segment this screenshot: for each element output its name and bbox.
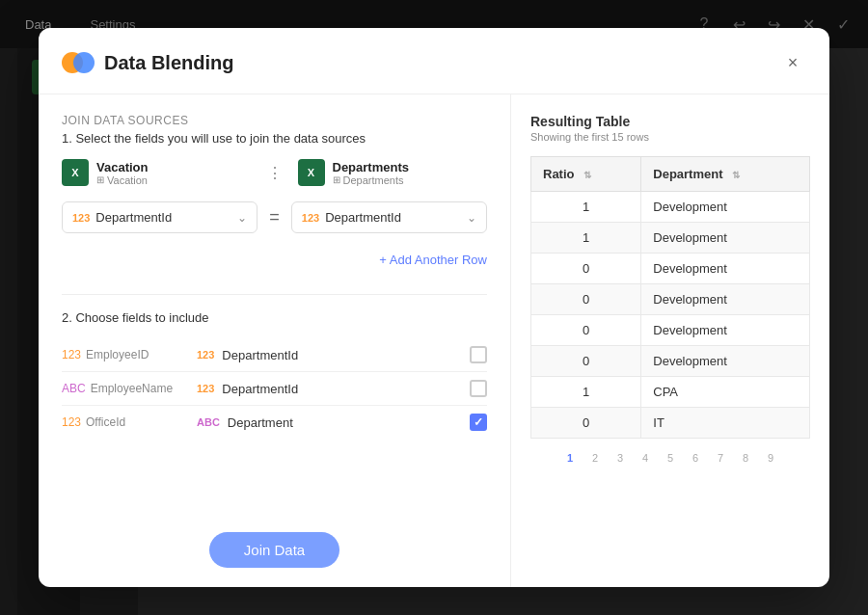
vacation-sub-text: Vacation	[107, 174, 148, 186]
page-btn-4[interactable]: 4	[636, 448, 655, 468]
ratio-cell: 0	[531, 346, 641, 377]
left-field-2: 123 OfficeId	[62, 415, 197, 429]
table-row: 1 Development	[531, 192, 810, 223]
department-cell: Development	[641, 192, 810, 223]
include-fields-list: 123 EmployeeID 123 DepartmentId ABC	[62, 338, 487, 439]
add-another-row-button[interactable]: + Add Another Row	[379, 249, 487, 271]
modal-overlay: Data Blending × Join Data Sources 1. Sel…	[0, 0, 868, 615]
ratio-cell: 1	[531, 377, 641, 408]
page-btn-3[interactable]: 3	[610, 448, 630, 468]
page-btn-8[interactable]: 8	[736, 448, 755, 468]
table-row: 0 Development	[531, 284, 810, 315]
step1-label: 1. Select the fields you will use to joi…	[62, 131, 487, 146]
page-btn-9[interactable]: 9	[761, 448, 780, 468]
pagination-row: 1 2 3 4 5 6 7 8 9	[530, 448, 810, 468]
vacation-info: Vacation ⊞ Vacation	[96, 160, 148, 186]
equals-sign: =	[269, 207, 280, 227]
department-cell: Development	[641, 315, 810, 346]
column-department: Department ⇅	[641, 157, 810, 192]
include-checkbox-0[interactable]	[470, 346, 487, 363]
left-type-1: ABC	[62, 382, 86, 395]
modal-header: Data Blending ×	[39, 28, 829, 94]
page-btn-7[interactable]: 7	[711, 448, 730, 468]
department-cell: Development	[641, 284, 810, 315]
departments-sub: ⊞ Departments	[333, 174, 409, 186]
result-title: Resulting Table	[530, 114, 810, 129]
left-type-0: 123	[62, 348, 81, 361]
departments-table-icon: ⊞	[333, 174, 340, 185]
field-selectors-row: 123 DepartmentId ⌄ = 123 DepartmentId ⌄	[62, 201, 487, 233]
right-name-1: DepartmentId	[222, 382, 462, 396]
vacation-table-icon: ⊞	[96, 174, 104, 185]
ratio-sort-icon[interactable]: ⇅	[583, 170, 591, 180]
table-row: 0 Development	[531, 254, 810, 284]
right-field-selector[interactable]: 123 DepartmentId ⌄	[291, 201, 487, 233]
table-row: 0 Development	[531, 315, 810, 346]
include-checkbox-1[interactable]	[470, 380, 487, 397]
blend-circle-right	[73, 52, 95, 73]
right-section: Resulting Table Showing the first 15 row…	[511, 94, 829, 587]
modal-close-button[interactable]: ×	[779, 49, 806, 76]
departments-excel-icon: X	[298, 159, 325, 186]
left-field-selector[interactable]: 123 DepartmentId ⌄	[62, 201, 258, 233]
department-cell: Development	[641, 254, 810, 284]
vacation-sub: ⊞ Vacation	[96, 174, 148, 186]
source-departments: X Departments ⊞ Departments	[298, 159, 488, 186]
department-cell: IT	[641, 408, 810, 439]
left-field-chevron: ⌄	[237, 211, 247, 225]
join-button-row: Join Data	[62, 517, 487, 568]
right-field-type: 123	[302, 212, 319, 224]
join-data-button[interactable]: Join Data	[209, 532, 339, 568]
right-type-2: ABC	[197, 416, 220, 428]
left-name-0: EmployeeID	[86, 348, 149, 361]
left-field-type: 123	[72, 212, 90, 224]
left-name-1: EmployeeName	[91, 382, 173, 395]
departments-info: Departments ⊞ Departments	[333, 160, 409, 186]
left-field-0: 123 EmployeeID	[62, 348, 197, 361]
ratio-cell: 0	[531, 315, 641, 346]
right-field-2: ABC Department	[197, 414, 487, 431]
result-subtitle: Showing the first 15 rows	[530, 131, 810, 143]
vacation-excel-icon: X	[62, 159, 89, 186]
table-row: 0 IT	[531, 408, 810, 439]
sources-row: X Vacation ⊞ Vacation ⋮ X	[62, 159, 487, 186]
left-field-name: DepartmentId	[95, 210, 231, 225]
department-sort-icon[interactable]: ⇅	[732, 170, 740, 180]
left-section: Join Data Sources 1. Select the fields y…	[39, 94, 511, 587]
include-row-2: 123 OfficeId ABC Department	[62, 406, 487, 439]
left-type-2: 123	[62, 415, 81, 429]
column-ratio: Ratio ⇅	[531, 157, 641, 192]
table-row: 1 CPA	[531, 377, 810, 408]
join-sources-label: Join Data Sources	[62, 114, 487, 127]
table-header-row: Ratio ⇅ Department ⇅	[531, 157, 810, 192]
department-cell: Development	[641, 346, 810, 377]
source-vacation: X Vacation ⊞ Vacation	[62, 159, 252, 186]
right-type-1: 123	[197, 383, 214, 394]
ratio-cell: 0	[531, 284, 641, 315]
right-field-0: 123 DepartmentId	[197, 346, 487, 363]
data-blending-modal: Data Blending × Join Data Sources 1. Sel…	[39, 28, 829, 587]
department-cell: Development	[641, 223, 810, 254]
ratio-cell: 0	[531, 254, 641, 284]
page-btn-1[interactable]: 1	[560, 448, 580, 468]
modal-body: Join Data Sources 1. Select the fields y…	[39, 94, 829, 587]
right-name-2: Department	[228, 415, 462, 430]
source-more-button[interactable]: ⋮	[263, 161, 286, 184]
result-table: Ratio ⇅ Department ⇅ 1 Developm	[530, 156, 810, 439]
page-btn-2[interactable]: 2	[585, 448, 605, 468]
right-field-chevron: ⌄	[467, 211, 476, 225]
ratio-cell: 1	[531, 223, 641, 254]
result-table-body: 1 Development 1 Development 0 Developmen…	[531, 192, 810, 439]
table-row: 1 Development	[531, 223, 810, 254]
ratio-cell: 1	[531, 192, 641, 223]
page-btn-6[interactable]: 6	[686, 448, 705, 468]
ratio-cell: 0	[531, 408, 641, 439]
include-checkbox-2[interactable]	[470, 414, 487, 431]
divider	[62, 294, 487, 295]
page-btn-5[interactable]: 5	[661, 448, 680, 468]
department-cell: CPA	[641, 377, 810, 408]
table-row: 0 Development	[531, 346, 810, 377]
left-field-1: ABC EmployeeName	[62, 382, 197, 395]
modal-title: Data Blending	[104, 52, 233, 74]
include-row-1: ABC EmployeeName 123 DepartmentId	[62, 372, 487, 406]
